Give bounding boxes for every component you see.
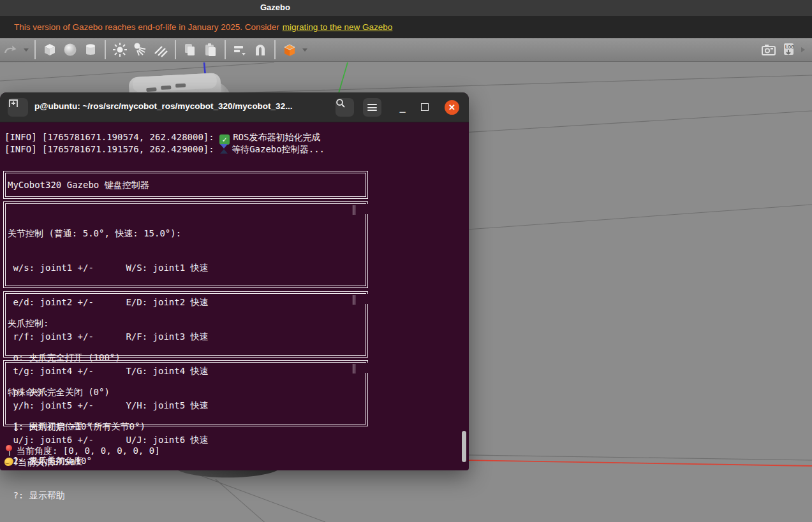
point-light-tool-icon[interactable]: [110, 40, 130, 60]
toolbar-separator: [34, 40, 36, 59]
pinch-hand-icon: [4, 457, 15, 467]
copy-tool-icon[interactable]: [180, 40, 200, 60]
menu-button[interactable]: [363, 98, 381, 117]
toolbar-separator: [105, 40, 106, 59]
maximize-button[interactable]: [421, 103, 429, 111]
terminal-scrollbar[interactable]: [462, 431, 466, 462]
key-binding-row: 1: 回到初始位置 (所有关节0°): [8, 421, 364, 432]
terminal-titlebar[interactable]: p@ubuntu: ~/ros/src/mycobot_ros/mycobot_…: [0, 92, 469, 122]
toolbar-separator: [175, 40, 176, 59]
gazebo-window: Gazebo This version of Gazebo reaches en…: [0, 0, 812, 522]
sphere-tool-icon[interactable]: [60, 40, 80, 60]
new-tab-button[interactable]: [8, 98, 28, 117]
cylinder-tool-icon[interactable]: [80, 40, 101, 60]
key-binding-row: w/s: joint1 +/- W/S: joint1 快速: [8, 262, 364, 273]
snap-tool-icon[interactable]: [250, 40, 270, 60]
toolbar-separator: [274, 40, 276, 59]
window-titlebar[interactable]: Gazebo: [0, 0, 812, 16]
terminal-content[interactable]: [INFO] [1765781671.190574, 262.428000]: …: [0, 122, 469, 470]
current-angles-line: 当前角度: [0, 0, 0, 0, 0, 0]: [4, 445, 160, 456]
search-button[interactable]: [336, 98, 354, 117]
close-button[interactable]: ✕: [445, 100, 459, 115]
log-record-tool-icon[interactable]: LOG: [779, 40, 799, 60]
svg-text:LOG: LOG: [785, 45, 794, 49]
current-gripper-line: 当前夹爪: 50°: [4, 456, 80, 468]
terminal-title: p@ubuntu: ~/ros/src/mycobot_ros/mycobot_…: [34, 101, 328, 111]
hamburger-icon: [367, 104, 377, 111]
directional-light-tool-icon[interactable]: [151, 40, 171, 60]
toolbar-overflow-icon[interactable]: [799, 40, 807, 60]
spot-light-tool-icon[interactable]: [130, 40, 151, 60]
main-toolbar: LOG: [0, 38, 812, 62]
box-tool-icon[interactable]: [40, 40, 60, 60]
eol-banner: This version of Gazebo reaches end-of-li…: [0, 16, 812, 38]
redo-arrow-icon[interactable]: [0, 40, 20, 60]
terminal-window[interactable]: p@ubuntu: ~/ros/src/mycobot_ros/mycobot_…: [0, 92, 469, 470]
view-angle-dropdown-icon[interactable]: [300, 40, 309, 60]
toolbar-separator: [225, 40, 226, 59]
gripper-control-box: 夹爪控制: o: 夹爪完全打开 (100°) p: 夹爪完全关闭 (0°) [:…: [3, 291, 368, 358]
joint-control-box: 关节控制 (普通: 5.0°, 快速: 15.0°): w/s: joint1 …: [3, 201, 368, 288]
hourglass-icon: [219, 143, 228, 154]
section-title: 特殊命令:: [8, 386, 364, 398]
section-title: 关节控制 (普通: 5.0°, 快速: 15.0°):: [8, 228, 364, 239]
special-commands-box: 特殊命令: 1: 回到初始位置 (所有关节0°) 2: 显示当前角度 ?: 显示…: [3, 360, 368, 426]
migrate-link[interactable]: migrating to the new Gazebo: [283, 22, 393, 32]
log-line: [INFO] [1765781671.191576, 262.429000]: …: [4, 143, 325, 155]
key-binding-row: ?: 显示帮助: [8, 489, 364, 501]
section-title: 夹爪控制:: [8, 317, 364, 329]
gazebo-3d-viewport[interactable]: p@ubuntu: ~/ros/src/mycobot_ros/mycobot_…: [0, 62, 812, 522]
window-title: Gazebo: [260, 3, 290, 12]
minimize-button[interactable]: ─: [394, 98, 411, 117]
align-tool-icon[interactable]: [230, 40, 250, 60]
screenshot-tool-icon[interactable]: [758, 40, 779, 60]
paste-tool-icon[interactable]: [200, 40, 221, 60]
header-box: MyCobot320 Gazebo 键盘控制器: [3, 171, 368, 199]
controller-title: MyCobot320 Gazebo 键盘控制器: [6, 173, 365, 191]
view-angle-tool-icon[interactable]: [279, 40, 300, 60]
history-dropdown-icon[interactable]: [20, 40, 31, 60]
pin-icon: [4, 445, 13, 456]
eol-banner-text: This version of Gazebo reaches end-of-li…: [14, 22, 279, 32]
